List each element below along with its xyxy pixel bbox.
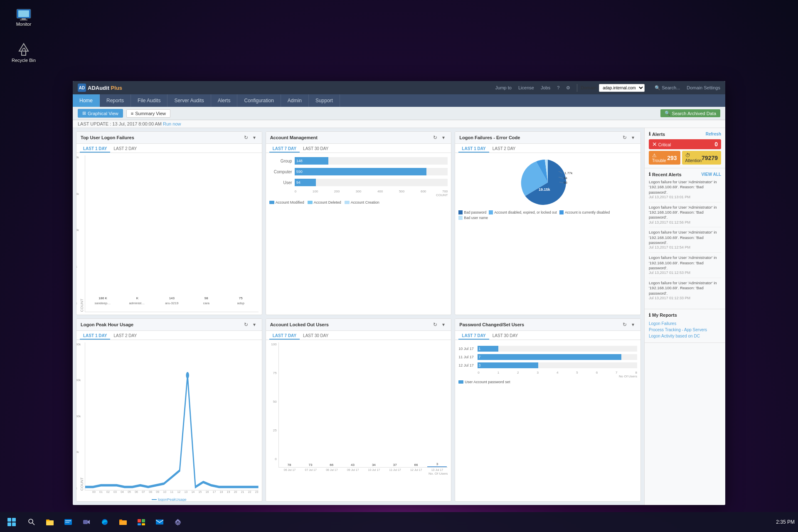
trouble-label: ⚠ Trouble — [652, 153, 667, 163]
taskbar-time: 2:35 PM — [776, 519, 795, 525]
expand-icon-am[interactable]: ▾ — [440, 134, 447, 141]
alert-item-5: Logon failure for User 'Administrator' i… — [649, 281, 721, 303]
critical-badge[interactable]: ✕ Critical 0 — [649, 139, 721, 149]
nav-server-audits[interactable]: Server Audits — [167, 94, 211, 107]
report-logon-failures[interactable]: Logon Failures — [649, 320, 721, 327]
alert-text-3: Logon failure for User 'Administrator' i… — [649, 230, 721, 245]
taskbar-settings-button[interactable] — [170, 514, 186, 530]
taskbar-folder-button[interactable] — [115, 514, 131, 530]
refresh-icon-am[interactable]: ↻ — [432, 134, 438, 141]
nav-alerts[interactable]: Alerts — [211, 94, 238, 107]
line-chart-svg — [85, 342, 259, 490]
taskbar-mail-button[interactable] — [151, 514, 168, 530]
refresh-icon-alu[interactable]: ↻ — [432, 321, 438, 328]
help-link[interactable]: ? — [557, 85, 559, 90]
monitor-icon — [16, 8, 32, 22]
panel-account-locked-out-header: Account Locked Out Users ↻ ▾ — [266, 319, 451, 331]
tab-last-30-day-alu[interactable]: LAST 30 DAY — [300, 332, 332, 340]
alert-time-1: Jul 13,2017 01:13:01 PM — [649, 195, 721, 200]
expand-icon-lph[interactable]: ▾ — [251, 321, 258, 328]
run-now-link[interactable]: Run now — [163, 121, 181, 126]
panel-account-locked-out-body: 1007550250 78 73 — [266, 340, 451, 502]
hbar-scale-am: 0100200300400500600700 — [295, 190, 448, 193]
desktop-icon-monitor[interactable]: Monitor — [9, 8, 38, 27]
taskbar-meet-button[interactable] — [78, 514, 95, 530]
tab-last-7-day-am[interactable]: LAST 7 DAY — [269, 145, 300, 153]
taskbar-start-button[interactable] — [3, 514, 20, 530]
jobs-link[interactable]: Jobs — [541, 85, 550, 90]
view-all-alerts-link[interactable]: VIEW ALL — [702, 172, 721, 177]
legend-bad-username: Bad user name — [458, 216, 488, 220]
dashboard-area: Top User Logon Failures ↻ ▾ LAST 1 DAY L… — [73, 128, 644, 505]
trouble-badge[interactable]: ⚠ Trouble 293 — [649, 151, 680, 165]
jump-to-link[interactable]: Jump to — [495, 85, 512, 90]
nav-admin[interactable]: Admin — [281, 94, 309, 107]
search-link[interactable]: 🔍 Search... — [655, 85, 680, 91]
critical-count: 0 — [714, 141, 718, 148]
graphical-view-tab[interactable]: ⊞ Graphical View — [78, 109, 123, 118]
tab-last-1-day-logon[interactable]: LAST 1 DAY — [80, 145, 110, 153]
domain-settings-link[interactable]: Domain Settings — [687, 85, 720, 90]
domain-select[interactable]: adap.internal.com — [599, 84, 645, 92]
license-link[interactable]: License — [518, 85, 534, 90]
bar-06jul: 78 — [280, 463, 299, 467]
panel-top-user-logon-body: COUNT 20k15k10k5k0k 186 K sandeep-3717 — [76, 153, 262, 315]
recycle-icon: ♻ — [16, 43, 32, 58]
nav-file-audits[interactable]: File Audits — [131, 94, 167, 107]
refresh-icon-pc[interactable]: ↻ — [621, 321, 628, 328]
svg-text:56: 56 — [564, 181, 567, 185]
expand-icon-lfe[interactable]: ▾ — [630, 134, 636, 141]
panel-top-user-logon-tabs: LAST 1 DAY LAST 2 DAY — [76, 144, 262, 153]
search-icon — [28, 518, 35, 526]
tab-last-2-day-lfe[interactable]: LAST 2 DAY — [489, 145, 519, 153]
y-ticks-logon: 20k15k10k5k0k — [76, 155, 79, 305]
x-ticks-lph: 000102030405 060708091011 121314151617 1… — [92, 490, 259, 493]
recycle-label: Recycle Bin — [12, 58, 36, 63]
taskbar-explorer-button[interactable] — [60, 514, 76, 530]
refresh-icon[interactable]: ↻ — [243, 134, 249, 141]
tab-last-1-day-lph[interactable]: LAST 1 DAY — [80, 332, 110, 340]
expand-icon-alu[interactable]: ▾ — [440, 321, 447, 328]
refresh-icon-lfe[interactable]: ↻ — [621, 134, 628, 141]
nav-home[interactable]: Home — [73, 94, 100, 107]
tab-last-30-day-am[interactable]: LAST 30 DAY — [300, 145, 332, 153]
expand-icon-pc[interactable]: ▾ — [630, 321, 636, 328]
alerts-section-title: ℹ Alerts Refresh — [649, 131, 721, 137]
legend-deleted: Account Deleted — [308, 200, 341, 204]
alert-item-3: Logon failure for User 'Administrator' i… — [649, 230, 721, 253]
report-process-tracking[interactable]: Process Tracking - App Servers — [649, 327, 721, 333]
alert-badges-row: ⚠ Trouble 293 ⏱ Attention 79279 — [649, 151, 721, 165]
attention-badge[interactable]: ⏱ Attention 79279 — [682, 151, 721, 165]
right-panel: ℹ Alerts Refresh ✕ Critical 0 — [644, 128, 725, 505]
taskbar-edge-button[interactable] — [96, 514, 113, 530]
panel-account-locked-out-title: Account Locked Out Users — [270, 322, 329, 327]
bar-09jul: 43 — [343, 463, 362, 467]
panel-account-management-header: Account Management ↻ ▾ — [266, 132, 451, 144]
taskbar-files-button[interactable] — [42, 514, 58, 530]
search-archived-btn[interactable]: 🔍 Search Archived Data — [660, 109, 720, 117]
report-logon-activity[interactable]: Logon Activity based on DC — [649, 333, 721, 339]
tab-last-2-day-lph[interactable]: LAST 2 DAY — [110, 332, 140, 340]
desktop-icon-recycle[interactable]: ♻ Recycle Bin — [9, 43, 38, 63]
refresh-icon-lph[interactable]: ↻ — [243, 321, 249, 328]
nav-support[interactable]: Support — [309, 94, 340, 107]
panel-logon-peak-hour-body: COUNT 200k150k100k50k0k — [76, 340, 262, 502]
tab-last-30-day-pc[interactable]: LAST 30 DAY — [489, 332, 521, 340]
taskbar-store-button[interactable] — [133, 514, 150, 530]
panel-logon-peak-hour-tabs: LAST 1 DAY LAST 2 DAY — [76, 331, 262, 340]
expand-icon[interactable]: ▾ — [251, 134, 258, 141]
store-icon — [137, 518, 145, 526]
alerts-refresh-link[interactable]: Refresh — [706, 132, 721, 136]
tab-last-7-day-pc[interactable]: LAST 7 DAY — [458, 332, 489, 340]
nav-reports[interactable]: Reports — [100, 94, 131, 107]
settings-gear-icon[interactable]: ⚙ — [566, 85, 570, 91]
tab-last-7-day-alu[interactable]: LAST 7 DAY — [269, 332, 300, 340]
tab-last-1-day-lfe[interactable]: LAST 1 DAY — [458, 145, 489, 153]
bar-10jul: 34 — [364, 463, 384, 467]
panel-logon-failures-error-title: Logon Failures - Error Code — [459, 135, 520, 140]
nav-configuration[interactable]: Configuration — [237, 94, 281, 107]
monitor-label: Monitor — [16, 22, 32, 27]
taskbar-search-button[interactable] — [23, 514, 40, 530]
tab-last-2-day-logon[interactable]: LAST 2 DAY — [110, 145, 140, 153]
summary-view-tab[interactable]: ≡ Summary View — [126, 109, 170, 118]
